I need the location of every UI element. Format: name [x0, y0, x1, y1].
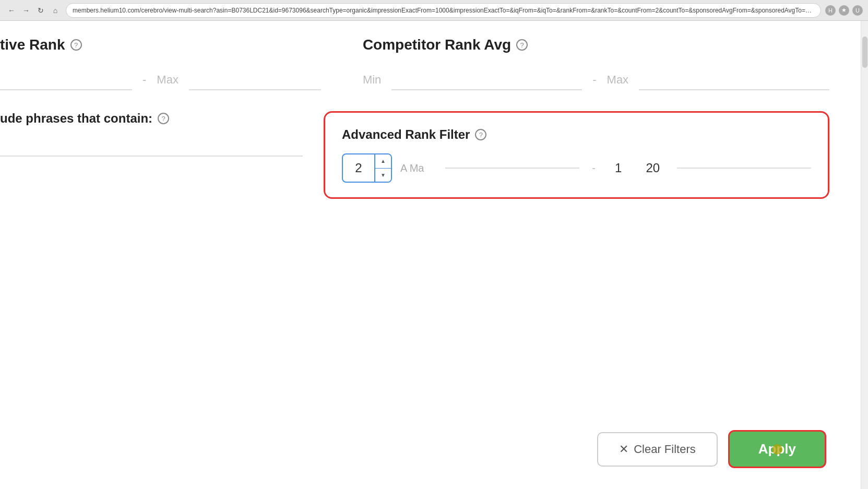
- filter-separator-line: [445, 168, 579, 169]
- left-rank-separator: -: [142, 73, 146, 87]
- include-phrases-title: ude phrases that contain: ?: [0, 111, 303, 126]
- competitor-rank-title-text: Competitor Rank Avg: [363, 37, 511, 53]
- scrollbar[interactable]: [861, 21, 868, 489]
- spinner-down-button[interactable]: ▼: [375, 169, 391, 182]
- spinner-up-button[interactable]: ▲: [375, 154, 391, 169]
- advanced-filter-title-text: Advanced Rank Filter: [342, 127, 470, 142]
- clear-filters-icon: ✕: [619, 443, 628, 456]
- main-content: tive Rank ? - Max Competitor Rank Avg ? …: [0, 21, 868, 489]
- left-rank-inputs: - Max: [0, 69, 321, 90]
- forward-button[interactable]: →: [20, 4, 32, 17]
- left-rank-min-input[interactable]: [0, 69, 132, 90]
- competitor-rank-min-input[interactable]: [391, 69, 582, 90]
- left-rank-title-text: tive Rank: [0, 37, 65, 53]
- clear-filters-button[interactable]: ✕ Clear Filters: [597, 432, 718, 467]
- spinner-input[interactable]: 2 ▲ ▼: [342, 153, 392, 183]
- action-buttons: ✕ Clear Filters Apply: [597, 430, 826, 468]
- address-bar[interactable]: members.helium10.com/cerebro/view-multi-…: [66, 3, 821, 18]
- browser-icons: H ★ U: [825, 5, 863, 16]
- left-rank-title: tive Rank ?: [0, 37, 321, 53]
- home-button[interactable]: ⌂: [49, 4, 62, 17]
- extension-icon-1: H: [825, 5, 836, 16]
- competitor-rank-title: Competitor Rank Avg ?: [363, 37, 829, 53]
- left-rank-help-icon[interactable]: ?: [70, 39, 82, 51]
- advanced-filter-help-icon[interactable]: ?: [475, 129, 486, 140]
- left-rank-max-label: Max: [157, 73, 179, 87]
- competitor-rank-max-label: Max: [607, 73, 629, 87]
- left-rank-max-input[interactable]: [189, 69, 321, 90]
- filter-max-value: 20: [637, 161, 669, 175]
- middle-section: ude phrases that contain: ? Advanced Ran…: [0, 111, 829, 199]
- spinner-controls: ▲ ▼: [374, 154, 391, 182]
- top-sections: tive Rank ? - Max Competitor Rank Avg ? …: [0, 37, 829, 90]
- browser-chrome: ← → ↻ ⌂ members.helium10.com/cerebro/vie…: [0, 0, 868, 21]
- clear-filters-label: Clear Filters: [634, 443, 696, 456]
- filter-row: 2 ▲ ▼ A Ma - 1 20: [342, 153, 811, 183]
- filter-dash-separator: -: [592, 162, 596, 174]
- competitor-rank-section: Competitor Rank Avg ? Min - Max: [342, 37, 829, 90]
- include-phrases-input[interactable]: [0, 136, 303, 157]
- competitor-rank-max-input[interactable]: [639, 69, 829, 90]
- advanced-filter-title: Advanced Rank Filter ?: [342, 127, 811, 142]
- content-area: tive Rank ? - Max Competitor Rank Avg ? …: [0, 21, 861, 489]
- apply-button-indicator: [772, 444, 782, 455]
- reload-button[interactable]: ↻: [34, 4, 47, 17]
- competitor-rank-inputs: Min - Max: [363, 69, 829, 90]
- filter-min-value: 1: [608, 161, 629, 175]
- user-icon: U: [852, 5, 863, 16]
- spinner-value: 2: [343, 161, 374, 175]
- url-text: members.helium10.com/cerebro/view-multi-…: [73, 7, 814, 14]
- include-phrases-help-icon[interactable]: ?: [158, 113, 169, 124]
- competitor-rank-min-label: Min: [363, 73, 381, 87]
- include-phrases-title-text: ude phrases that contain:: [0, 111, 152, 126]
- filter-text-label: A Ma: [400, 162, 437, 174]
- nav-buttons: ← → ↻ ⌂: [5, 4, 62, 17]
- include-phrases-section: ude phrases that contain: ?: [0, 111, 303, 157]
- competitor-rank-help-icon[interactable]: ?: [516, 39, 528, 51]
- filter-end-line: [677, 168, 811, 169]
- extension-icon-2: ★: [839, 5, 849, 16]
- back-button[interactable]: ←: [5, 4, 18, 17]
- apply-button[interactable]: Apply: [728, 430, 826, 468]
- advanced-rank-filter-box: Advanced Rank Filter ? 2 ▲ ▼ A Ma: [324, 111, 829, 199]
- scrollbar-thumb[interactable]: [862, 37, 867, 68]
- left-rank-section: tive Rank ? - Max: [0, 37, 342, 90]
- competitor-rank-separator: -: [592, 73, 596, 87]
